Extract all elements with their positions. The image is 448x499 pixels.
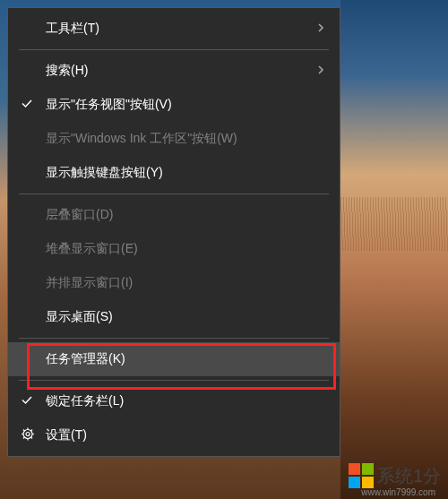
menu-item-9[interactable]: 任务管理器(K) xyxy=(8,342,340,376)
menu-separator xyxy=(19,194,329,194)
menu-item-11[interactable]: 设置(T) xyxy=(8,418,340,452)
menu-item-8[interactable]: 显示桌面(S) xyxy=(8,300,340,334)
menu-separator xyxy=(19,49,329,50)
menu-item-label: 堆叠显示窗口(E) xyxy=(46,241,138,257)
menu-item-label: 显示触摸键盘按钮(Y) xyxy=(46,165,163,181)
check-icon xyxy=(21,98,33,113)
menu-separator xyxy=(19,338,329,339)
menu-separator xyxy=(19,380,329,381)
menu-item-label: 并排显示窗口(I) xyxy=(46,275,133,291)
menu-item-label: 显示"Windows Ink 工作区"按钮(W) xyxy=(46,131,237,147)
menu-item-label: 显示桌面(S) xyxy=(46,309,113,325)
check-icon xyxy=(21,394,33,409)
chevron-right-icon xyxy=(316,64,325,78)
menu-item-label: 搜索(H) xyxy=(46,63,88,79)
watermark-text: 系统1分 xyxy=(377,464,441,488)
menu-item-label: 显示"任务视图"按钮(V) xyxy=(46,97,172,113)
menu-item-4[interactable]: 显示触摸键盘按钮(Y) xyxy=(8,156,340,190)
windows-logo-icon xyxy=(349,463,374,488)
watermark-url: www.win7999.com xyxy=(361,487,435,497)
menu-item-3: 显示"Windows Ink 工作区"按钮(W) xyxy=(8,122,340,156)
taskbar-context-menu: 工具栏(T)搜索(H)显示"任务视图"按钮(V)显示"Windows Ink 工… xyxy=(7,7,340,457)
menu-item-6: 堆叠显示窗口(E) xyxy=(8,232,340,266)
svg-point-1 xyxy=(26,433,30,436)
watermark: 系统1分 xyxy=(349,463,441,488)
menu-item-1[interactable]: 搜索(H) xyxy=(8,54,340,88)
menu-item-label: 任务管理器(K) xyxy=(46,351,125,367)
menu-item-label: 层叠窗口(D) xyxy=(46,207,113,223)
menu-item-10[interactable]: 锁定任务栏(L) xyxy=(8,384,340,418)
menu-item-5: 层叠窗口(D) xyxy=(8,198,340,232)
gear-icon xyxy=(21,427,35,444)
menu-item-0[interactable]: 工具栏(T) xyxy=(8,12,340,46)
svg-point-0 xyxy=(23,430,32,439)
desktop-grass xyxy=(340,197,448,251)
chevron-right-icon xyxy=(316,22,325,36)
menu-item-7: 并排显示窗口(I) xyxy=(8,266,340,300)
menu-item-label: 工具栏(T) xyxy=(46,21,99,37)
menu-item-label: 锁定任务栏(L) xyxy=(46,393,124,409)
menu-item-2[interactable]: 显示"任务视图"按钮(V) xyxy=(8,88,340,122)
menu-item-label: 设置(T) xyxy=(46,427,87,443)
